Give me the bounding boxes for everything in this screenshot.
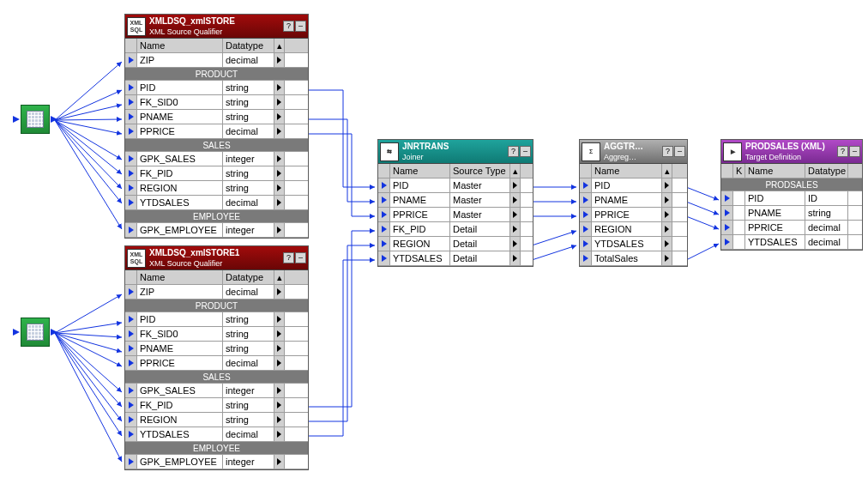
scroll-up-button[interactable]: ▴: [510, 164, 521, 178]
xml-source-qualifier-2[interactable]: XML SQL XMLDSQ_xmlSTORE1 XML Source Qual…: [124, 245, 309, 470]
minimize-button[interactable]: –: [520, 146, 531, 157]
port-in-icon: [382, 182, 387, 189]
port-row[interactable]: REGION: [580, 222, 687, 237]
port-out-icon: [274, 455, 285, 469]
port-row[interactable]: PPRICEMaster: [378, 208, 533, 222]
svg-line-8: [55, 120, 122, 203]
port-in-icon: [13, 329, 20, 336]
scroll-up-button[interactable]: ▴: [662, 164, 672, 178]
target-definition[interactable]: ▶ PRODSALES (XML) Target Definition ? – …: [720, 139, 863, 251]
minimize-button[interactable]: –: [674, 146, 685, 157]
port-row[interactable]: PNAMEMaster: [378, 193, 533, 208]
port-row[interactable]: PPRICE: [580, 208, 687, 222]
transformation-type-icon: XML SQL: [127, 249, 146, 268]
cell: Master: [450, 178, 510, 192]
column-header[interactable]: K: [733, 164, 745, 178]
titlebar[interactable]: XML SQL XMLDSQ_xmlSTORE XML Source Quali…: [125, 15, 308, 39]
port-row[interactable]: GPK_EMPLOYEEinteger: [125, 223, 308, 238]
column-header[interactable]: Source Type: [450, 164, 510, 178]
help-button[interactable]: ?: [283, 21, 294, 32]
port-row[interactable]: PNAMEstring: [721, 206, 862, 221]
panel-subtitle: XML Source Qualifier: [149, 258, 281, 269]
port-row[interactable]: PIDMaster: [378, 178, 533, 193]
column-header[interactable]: Datatype: [805, 164, 848, 178]
titlebar[interactable]: ⇆ JNRTRANS Joiner ? –: [378, 140, 533, 164]
port-row[interactable]: PID: [580, 178, 687, 193]
minimize-button[interactable]: –: [295, 21, 306, 32]
port-row[interactable]: ZIPdecimal: [125, 285, 308, 300]
column-header[interactable]: Name: [137, 270, 223, 284]
port-row[interactable]: YTDSALESdecimal: [721, 235, 862, 250]
port-row[interactable]: REGIONDetail: [378, 237, 533, 251]
source-definition-1[interactable]: [21, 105, 50, 134]
port-in-icon: [382, 255, 387, 262]
port-row[interactable]: GPK_SALESinteger: [125, 152, 308, 166]
port-row[interactable]: PNAMEstring: [125, 342, 308, 356]
source-definition-2[interactable]: [21, 318, 50, 347]
svg-line-23: [532, 231, 576, 245]
row-gutter: [721, 164, 733, 178]
column-header[interactable]: Name: [390, 164, 450, 178]
row-gutter: [378, 208, 390, 221]
cell: string: [223, 413, 274, 427]
port-row[interactable]: PIDID: [721, 191, 862, 206]
row-gutter: [125, 95, 137, 109]
port-row[interactable]: PPRICEdecimal: [125, 124, 308, 139]
port-row[interactable]: YTDSALES: [580, 237, 687, 251]
titlebar[interactable]: XML SQL XMLDSQ_xmlSTORE1 XML Source Qual…: [125, 246, 308, 270]
help-button[interactable]: ?: [837, 146, 848, 157]
help-button[interactable]: ?: [662, 146, 673, 157]
port-in-icon: [129, 316, 134, 323]
titlebar[interactable]: ▶ PRODSALES (XML) Target Definition ? –: [721, 140, 862, 164]
key-cell: [733, 235, 745, 249]
row-gutter: [378, 237, 390, 251]
port-row[interactable]: PPRICEdecimal: [721, 221, 862, 235]
port-row[interactable]: TotalSales: [580, 251, 687, 266]
port-row[interactable]: FK_PIDDetail: [378, 222, 533, 237]
panel-title: AGGTR…: [604, 142, 660, 152]
column-header[interactable]: Name: [745, 164, 805, 178]
port-row[interactable]: PNAME: [580, 193, 687, 208]
port-row[interactable]: PIDstring: [125, 312, 308, 327]
port-row[interactable]: ZIPdecimal: [125, 53, 308, 68]
minimize-button[interactable]: –: [849, 146, 860, 157]
port-row[interactable]: FK_PIDstring: [125, 166, 308, 181]
titlebar[interactable]: Σ AGGTR… Aggreg… ? –: [580, 140, 687, 164]
minimize-button[interactable]: –: [295, 252, 306, 263]
port-row[interactable]: PNAMEstring: [125, 110, 308, 124]
port-row[interactable]: REGIONstring: [125, 413, 308, 427]
help-button[interactable]: ?: [508, 146, 519, 157]
scroll-up-button[interactable]: ▴: [274, 39, 285, 52]
key-cell: [733, 191, 745, 205]
port-in-icon: [129, 360, 134, 366]
port-in-icon: [129, 113, 134, 120]
port-row[interactable]: FK_PIDstring: [125, 398, 308, 413]
help-button[interactable]: ?: [283, 252, 294, 263]
aggregator-transformation[interactable]: Σ AGGTR… Aggreg… ? – Name▴PIDPNAMEPPRICE…: [579, 139, 688, 267]
port-row[interactable]: GPK_EMPLOYEEinteger: [125, 455, 308, 469]
port-row[interactable]: FK_SID0string: [125, 95, 308, 110]
port-out-icon: [51, 329, 57, 336]
port-row[interactable]: GPK_SALESinteger: [125, 384, 308, 398]
column-header[interactable]: Name: [137, 39, 223, 52]
xml-source-qualifier-1[interactable]: XML SQL XMLDSQ_xmlSTORE XML Source Quali…: [124, 14, 309, 239]
cell: integer: [223, 455, 274, 469]
cell: string: [223, 327, 274, 341]
port-row[interactable]: YTDSALESdecimal: [125, 196, 308, 210]
column-header[interactable]: Datatype: [223, 270, 274, 284]
column-header[interactable]: Datatype: [223, 39, 274, 52]
port-row[interactable]: PIDstring: [125, 81, 308, 95]
scroll-up-button[interactable]: ▴: [274, 270, 285, 284]
port-in-icon: [129, 431, 134, 438]
port-in-icon: [382, 197, 387, 203]
port-row[interactable]: FK_SID0string: [125, 327, 308, 342]
port-row[interactable]: REGIONstring: [125, 181, 308, 196]
cell: Master: [450, 193, 510, 207]
port-in-icon: [129, 330, 134, 337]
column-header[interactable]: Name: [592, 164, 662, 178]
port-row[interactable]: YTDSALESdecimal: [125, 427, 308, 442]
port-row[interactable]: PPRICEdecimal: [125, 356, 308, 371]
joiner-transformation[interactable]: ⇆ JNRTRANS Joiner ? – NameSource Type▴PI…: [377, 139, 533, 267]
svg-line-19: [55, 333, 122, 462]
port-row[interactable]: YTDSALESDetail: [378, 251, 533, 266]
